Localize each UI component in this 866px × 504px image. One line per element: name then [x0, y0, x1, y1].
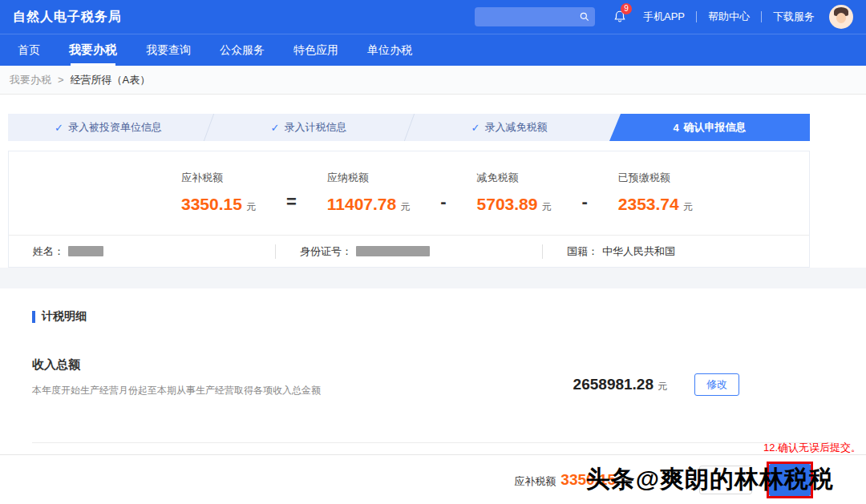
tax-summary-card: 应补税额 3350.15 元 = 应纳税额 11407.78 元 - 减免税额 …: [8, 151, 810, 268]
redacted-name-value: [68, 246, 103, 256]
minus-operator: -: [440, 192, 446, 214]
breadcrumb: 我要办税 > 经营所得（A表）: [0, 66, 866, 95]
bell-icon: [613, 13, 627, 26]
taxpayer-id-cell: 身份证号：: [275, 244, 542, 259]
income-total-unit: 元: [658, 380, 667, 393]
nav-item-featured-apps[interactable]: 特色应用: [293, 34, 338, 66]
income-total-description: 本年度开始生产经营月份起至本期从事生产经营取得各项收入总金额: [32, 384, 321, 397]
step-label: 录入计税信息: [284, 120, 346, 135]
step-label: 录入被投资单位信息: [68, 120, 162, 135]
step-label: 确认申报信息: [684, 120, 747, 135]
header-divider: [761, 11, 762, 22]
tax-payable-unit: 元: [400, 200, 410, 214]
tax-due-group: 应补税额 3350.15 元: [181, 171, 256, 214]
check-icon: ✓: [271, 122, 280, 134]
nav-item-query[interactable]: 我要查询: [146, 34, 191, 66]
id-number-label: 身份证号：: [300, 244, 352, 259]
redacted-id-value: [356, 246, 430, 256]
notification-badge: 9: [621, 3, 632, 14]
step-2-tax-calc-info[interactable]: ✓ 录入计税信息: [208, 114, 409, 141]
watermark-text: 头条@爽朗的林林税税: [586, 463, 834, 496]
search-input[interactable]: [475, 7, 595, 26]
nav-item-tax-handling[interactable]: 我要办税: [69, 34, 117, 66]
equals-operator: =: [286, 192, 297, 214]
edit-button[interactable]: 修改: [694, 373, 739, 396]
link-mobile-app[interactable]: 手机APP: [643, 10, 685, 24]
tax-reduction-value: 5703.89: [477, 195, 538, 214]
tax-prepaid-unit: 元: [683, 200, 693, 214]
taxpayer-name-cell: 姓名：: [9, 244, 275, 259]
link-download-service[interactable]: 下载服务: [773, 10, 815, 24]
check-icon: ✓: [471, 122, 480, 134]
tax-due-unit: 元: [246, 200, 256, 214]
nationality-value: 中华人民共和国: [602, 244, 675, 259]
income-description-block: 收入总额 本年度开始生产经营月份起至本期从事生产经营取得各项收入总金额: [32, 357, 321, 397]
notification-bell[interactable]: 9: [613, 10, 627, 24]
taxpayer-nationality-cell: 国籍： 中华人民共和国: [542, 244, 809, 259]
tax-prepaid-group: 已预缴税额 2353.74 元: [618, 171, 693, 214]
step-4-confirm-declaration[interactable]: 4 确认申报信息: [609, 114, 810, 141]
link-help-center[interactable]: 帮助中心: [708, 10, 750, 24]
app-title: 自然人电子税务局: [13, 9, 122, 26]
breadcrumb-current: 经营所得（A表）: [71, 73, 151, 87]
breadcrumb-separator-icon: >: [58, 74, 64, 86]
section-title: 计税明细: [42, 309, 87, 324]
tax-due-value: 3350.15: [181, 195, 242, 214]
breadcrumb-parent[interactable]: 我要办税: [10, 73, 51, 87]
income-total-title: 收入总额: [32, 357, 321, 373]
footer-tax-label: 应补税额: [514, 474, 556, 489]
section-accent-bar: [32, 311, 35, 323]
check-icon: ✓: [55, 122, 63, 134]
nav-item-org-tax[interactable]: 单位办税: [367, 34, 412, 66]
top-header: 自然人电子税务局 9 手机APP 帮助中心 下载服务: [0, 0, 866, 34]
instruction-note: 12.确认无误后提交。: [763, 441, 861, 455]
header-divider: [696, 11, 697, 22]
tax-prepaid-label: 已预缴税额: [618, 171, 693, 185]
step-label: 录入减免税额: [484, 120, 547, 135]
section-header: 计税明细: [32, 309, 834, 324]
tax-payable-group: 应纳税额 11407.78 元: [327, 171, 410, 214]
nav-item-home[interactable]: 首页: [18, 34, 40, 66]
main-content: ✓ 录入被投资单位信息 ✓ 录入计税信息 ✓ 录入减免税额 4 确认申报信息 应…: [8, 114, 810, 268]
income-total-value: 2658981.28: [573, 376, 654, 393]
tax-formula-row: 应补税额 3350.15 元 = 应纳税额 11407.78 元 - 减免税额 …: [9, 151, 809, 235]
section-gap: [0, 268, 866, 288]
step-1-invested-entity-info[interactable]: ✓ 录入被投资单位信息: [8, 114, 208, 141]
search-icon[interactable]: [579, 11, 590, 22]
income-total-row: 收入总额 本年度开始生产经营月份起至本期从事生产经营取得各项收入总金额 2658…: [32, 324, 834, 443]
tax-prepaid-value: 2353.74: [618, 195, 679, 214]
income-value-block: 2658981.28 元 修改: [573, 373, 739, 397]
nav-item-public-service[interactable]: 公众服务: [220, 34, 265, 66]
tax-payable-value: 11407.78: [327, 195, 396, 214]
step-number: 4: [673, 122, 678, 134]
tax-reduction-unit: 元: [541, 200, 551, 214]
tax-detail-section: 计税明细 收入总额 本年度开始生产经营月份起至本期从事生产经营取得各项收入总金额…: [0, 288, 866, 443]
tax-due-label: 应补税额: [181, 171, 256, 185]
avatar[interactable]: [829, 5, 853, 29]
name-label: 姓名：: [33, 244, 64, 259]
minus-operator: -: [581, 192, 587, 214]
nationality-label: 国籍：: [567, 244, 598, 259]
main-nav: 首页 我要办税 我要查询 公众服务 特色应用 单位办税: [0, 34, 866, 66]
taxpayer-info-row: 姓名： 身份证号： 国籍： 中华人民共和国: [9, 235, 809, 267]
tax-reduction-group: 减免税额 5703.89 元: [477, 171, 552, 214]
header-actions: 9 手机APP 帮助中心 下载服务: [475, 5, 853, 29]
step-3-tax-reduction[interactable]: ✓ 录入减免税额: [409, 114, 609, 141]
tax-reduction-label: 减免税额: [477, 171, 552, 185]
step-wizard: ✓ 录入被投资单位信息 ✓ 录入计税信息 ✓ 录入减免税额 4 确认申报信息: [8, 114, 810, 141]
search-box: [475, 7, 595, 26]
tax-payable-label: 应纳税额: [327, 171, 410, 185]
